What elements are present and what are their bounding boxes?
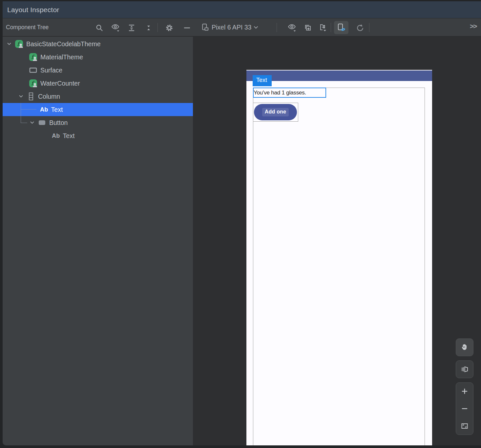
device-screen[interactable]: Text You've had 1 glasses. Add one [246, 70, 432, 445]
tree-row-watercounter[interactable]: f WaterCounter [3, 77, 193, 90]
surface-icon [29, 66, 37, 74]
tree-item-label: WaterCounter [40, 80, 80, 87]
tree-row-button[interactable]: Button [3, 116, 193, 129]
tree-row-column[interactable]: Column [3, 90, 193, 103]
toolbar-divider [331, 23, 331, 32]
zoom-to-fit-icon[interactable] [456, 417, 473, 435]
device-picker[interactable]: Pixel 6 API 33 [201, 18, 258, 36]
add-one-button[interactable]: Add one [254, 104, 297, 120]
process-tree-icon[interactable] [318, 23, 328, 33]
device-preview-panel[interactable]: Text You've had 1 glasses. Add one [193, 37, 481, 445]
toolbar-divider [369, 23, 369, 32]
text-composable-icon: Ab [52, 132, 60, 139]
toolbar-divider [277, 23, 277, 32]
tree-guide-line [21, 123, 27, 123]
tree-row-surface[interactable]: Surface [3, 64, 193, 77]
toolbar-divider [157, 23, 158, 32]
app-status-bar [246, 71, 432, 81]
tree-row-basicstatecodelabtheme[interactable]: f BasicStateCodelabTheme [3, 37, 193, 51]
hide-minus-icon[interactable] [182, 23, 192, 33]
highlight-eye-icon[interactable] [287, 23, 297, 33]
text-composable-icon: Ab [40, 106, 48, 113]
pan-hand-icon [456, 339, 473, 356]
button-bounds-outline: Add one [253, 103, 298, 122]
tree-item-label: MaterialTheme [40, 53, 83, 61]
window-title-bar: Layout Inspector [3, 1, 481, 18]
zoom-out-icon[interactable] [456, 400, 473, 417]
view-options-eye-icon[interactable] [110, 23, 121, 33]
chevron-down-icon [254, 25, 258, 30]
device-label: Pixel 6 API 33 [212, 24, 251, 31]
window-title: Layout Inspector [7, 6, 59, 14]
compose-function-icon: f [29, 79, 37, 88]
toolbar: Component Tree Pixel 6 API 33 [3, 18, 481, 37]
tree-item-label: Text [63, 132, 75, 140]
tree-row-text-child[interactable]: Ab Text [3, 129, 193, 142]
tree-row-materialtheme[interactable]: f MaterialTheme [3, 51, 193, 64]
3d-mode-icon [456, 361, 473, 378]
expand-all-icon[interactable] [126, 23, 137, 33]
refresh-icon[interactable] [354, 23, 365, 33]
overflow-chevrons-icon[interactable]: >> [470, 22, 477, 30]
zoom-controls-group [456, 382, 473, 435]
tree-item-label: Surface [40, 67, 62, 74]
search-icon[interactable] [94, 23, 105, 33]
selection-label-badge: Text [253, 75, 272, 86]
tree-row-text-selected[interactable]: Ab Text [3, 103, 193, 116]
settings-gear-icon[interactable] [164, 23, 175, 33]
tree-guide-line [21, 103, 21, 123]
zoom-in-icon[interactable] [456, 383, 473, 400]
live-updates-toggle-icon [337, 23, 346, 32]
counter-text: You've had 1 glasses. [254, 90, 306, 96]
3d-mode-button[interactable] [456, 360, 473, 378]
column-bounds-outline [253, 88, 425, 445]
chevron-down-icon[interactable] [7, 41, 12, 47]
button-icon [38, 118, 46, 127]
tree-item-label: Text [51, 106, 63, 113]
export-snapshot-icon[interactable] [303, 23, 313, 33]
device-icon [201, 23, 209, 31]
compose-function-icon: f [15, 40, 23, 48]
component-tree-panel: f BasicStateCodelabTheme f MaterialTheme… [3, 37, 193, 445]
tree-item-label: Button [49, 119, 68, 127]
component-tree-title: Component Tree [6, 18, 49, 36]
tree-item-label: Column [38, 93, 60, 100]
tree-item-label: BasicStateCodelabTheme [26, 40, 101, 48]
chevron-down-icon[interactable] [30, 120, 35, 125]
tree-guide-line [21, 109, 36, 110]
selected-text-element[interactable]: You've had 1 glasses. [253, 88, 326, 98]
chevron-down-icon[interactable] [18, 94, 24, 99]
add-one-button-label: Add one [262, 108, 289, 116]
compose-function-icon: f [29, 53, 37, 61]
collapse-all-icon[interactable] [143, 23, 154, 33]
column-icon [27, 92, 35, 101]
pan-mode-button[interactable] [456, 338, 473, 356]
live-updates-toggle[interactable] [334, 21, 348, 34]
